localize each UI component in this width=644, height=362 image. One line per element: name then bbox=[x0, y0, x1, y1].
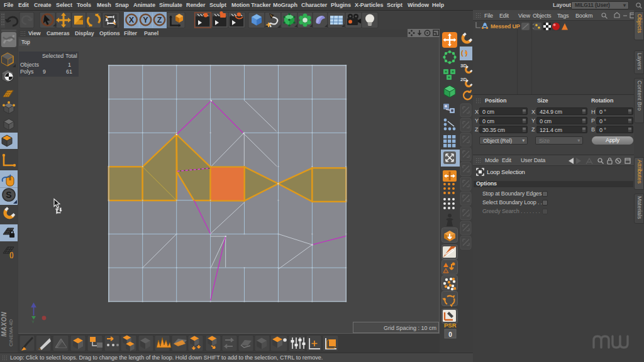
svg-text:PSR: PSR bbox=[444, 322, 457, 329]
svg-text:0: 0 bbox=[448, 331, 452, 338]
svg-text:Y: Y bbox=[32, 320, 35, 324]
svg-text:Y: Y bbox=[143, 16, 148, 25]
svg-text:Z: Z bbox=[157, 16, 162, 25]
svg-text:(): () bbox=[9, 251, 14, 258]
svg-text:S: S bbox=[6, 190, 11, 200]
svg-text:X: X bbox=[129, 16, 135, 25]
